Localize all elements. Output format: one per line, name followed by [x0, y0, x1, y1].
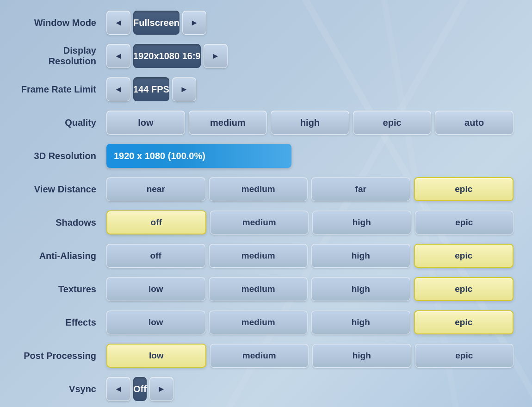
post-processing-medium[interactable]: medium: [210, 344, 309, 368]
window-mode-left-btn[interactable]: ◄: [106, 11, 130, 35]
window-mode-right-btn[interactable]: ►: [182, 11, 206, 35]
shadows-label: Shadows: [14, 217, 106, 228]
shadows-high[interactable]: high: [312, 210, 411, 234]
textures-row: Textures low medium high epic: [14, 276, 513, 302]
vsync-right-btn[interactable]: ►: [149, 377, 173, 401]
view-distance-far[interactable]: far: [311, 177, 410, 201]
anti-aliasing-high[interactable]: high: [311, 244, 410, 268]
textures-high[interactable]: high: [311, 277, 410, 301]
resolution-3d-label: 3D Resolution: [14, 151, 106, 161]
frame-rate-row: Frame Rate Limit ◄ 144 FPS ►: [14, 76, 513, 103]
quality-btn-auto[interactable]: auto: [435, 111, 513, 135]
resolution-3d-row: 3D Resolution 1920 x 1080 (100.0%): [14, 142, 513, 169]
anti-aliasing-label: Anti-Aliasing: [14, 251, 106, 261]
shadows-medium[interactable]: medium: [210, 210, 309, 234]
effects-medium[interactable]: medium: [209, 310, 308, 334]
quality-label: Quality: [14, 117, 106, 128]
quality-btn-high[interactable]: high: [271, 111, 349, 135]
quality-btn-medium[interactable]: medium: [189, 111, 267, 135]
view-distance-epic[interactable]: epic: [414, 177, 514, 201]
vsync-value: Off: [133, 377, 147, 401]
effects-high[interactable]: high: [311, 310, 410, 334]
effects-low[interactable]: low: [106, 310, 205, 334]
view-distance-near[interactable]: near: [106, 177, 205, 201]
display-resolution-control: ◄ 1920x1080 16:9 ►: [106, 44, 228, 68]
view-distance-medium[interactable]: medium: [209, 177, 308, 201]
quality-btn-group: low medium high epic auto: [106, 111, 513, 135]
view-distance-row: View Distance near medium far epic: [14, 176, 513, 203]
display-resolution-label: Display Resolution: [14, 45, 106, 67]
anti-aliasing-row: Anti-Aliasing off medium high epic: [14, 242, 513, 269]
post-processing-row: Post Processing low medium high epic: [14, 342, 513, 369]
textures-label: Textures: [14, 284, 106, 295]
display-resolution-value: 1920x1080 16:9: [133, 44, 201, 68]
view-distance-group: near medium far epic: [106, 177, 513, 201]
resolution-3d-value: 1920 x 1080 (100.0%): [106, 144, 291, 168]
quality-btn-low[interactable]: low: [106, 111, 185, 135]
display-resolution-row: Display Resolution ◄ 1920x1080 16:9 ►: [14, 43, 513, 69]
effects-epic[interactable]: epic: [414, 310, 514, 334]
quality-row: Quality low medium high epic auto: [14, 109, 513, 136]
frame-rate-control: ◄ 144 FPS ►: [106, 77, 196, 101]
anti-aliasing-epic[interactable]: epic: [414, 244, 514, 268]
frame-rate-left-btn[interactable]: ◄: [106, 77, 130, 101]
vsync-left-btn[interactable]: ◄: [106, 377, 130, 401]
shadows-group: off medium high epic: [106, 210, 513, 234]
textures-epic[interactable]: epic: [414, 277, 514, 301]
textures-group: low medium high epic: [106, 277, 513, 301]
anti-aliasing-off[interactable]: off: [106, 244, 205, 268]
frame-rate-right-btn[interactable]: ►: [172, 77, 196, 101]
textures-low[interactable]: low: [106, 277, 205, 301]
shadows-epic[interactable]: epic: [415, 210, 514, 234]
textures-medium[interactable]: medium: [209, 277, 308, 301]
post-processing-epic[interactable]: epic: [415, 344, 514, 368]
effects-label: Effects: [14, 317, 106, 328]
anti-aliasing-medium[interactable]: medium: [209, 244, 308, 268]
effects-row: Effects low medium high epic: [14, 309, 513, 336]
display-resolution-left-btn[interactable]: ◄: [106, 44, 130, 68]
post-processing-high[interactable]: high: [312, 344, 411, 368]
view-distance-label: View Distance: [14, 184, 106, 195]
shadows-row: Shadows off medium high epic: [14, 209, 513, 236]
quality-btn-epic[interactable]: epic: [353, 111, 432, 135]
post-processing-label: Post Processing: [14, 351, 106, 361]
window-mode-value: Fullscreen: [133, 11, 179, 35]
effects-group: low medium high epic: [106, 310, 513, 334]
window-mode-label: Window Mode: [14, 18, 106, 28]
display-resolution-right-btn[interactable]: ►: [204, 44, 228, 68]
window-mode-control: ◄ Fullscreen ►: [106, 11, 206, 35]
post-processing-group: low medium high epic: [106, 344, 513, 368]
settings-panel: Window Mode ◄ Fullscreen ► Display Resol…: [14, 9, 513, 407]
frame-rate-value: 144 FPS: [133, 77, 169, 101]
post-processing-low[interactable]: low: [106, 344, 206, 368]
vsync-row: Vsync ◄ Off ►: [14, 376, 513, 402]
vsync-control: ◄ Off ►: [106, 377, 173, 401]
anti-aliasing-group: off medium high epic: [106, 244, 513, 268]
shadows-off[interactable]: off: [106, 210, 206, 234]
vsync-label: Vsync: [14, 384, 106, 395]
frame-rate-label: Frame Rate Limit: [14, 84, 106, 95]
window-mode-row: Window Mode ◄ Fullscreen ►: [14, 9, 513, 36]
